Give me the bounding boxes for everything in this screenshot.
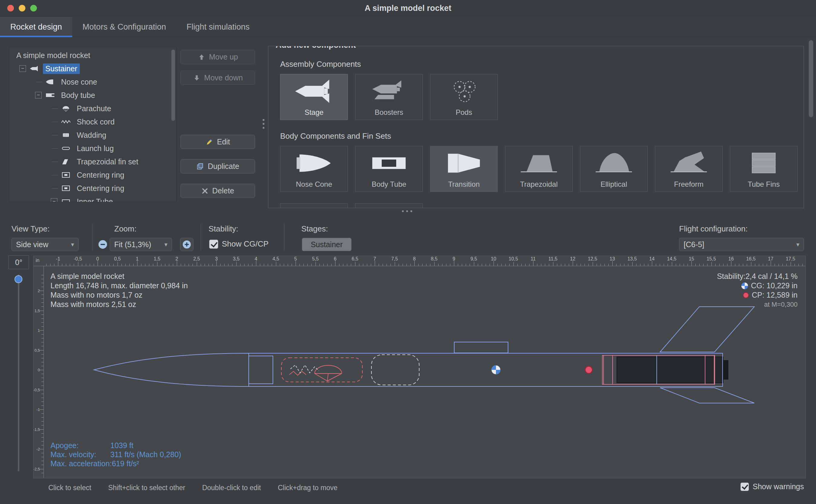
stability-info: Stability:2,4 cal / 14,1 % CG: 10,229 in…: [717, 272, 798, 309]
parachute-icon: [60, 105, 72, 112]
rocket-info: A simple model rocketLength 16,748 in, m…: [50, 272, 188, 309]
component-button-label: Boosters: [375, 108, 403, 117]
tree-item-shock-cord[interactable]: Shock cord: [9, 115, 176, 128]
view-type-value: Side view: [16, 240, 48, 249]
flight-info: Apogee: 1039 ft Max. velocity: 311 ft/s …: [50, 441, 181, 468]
panel-scrollbar[interactable]: [809, 39, 814, 208]
tree-item-nose-cone[interactable]: Nose cone: [9, 75, 176, 89]
tree-scrollbar[interactable]: [171, 48, 176, 199]
motor-nozzle-shape: [723, 360, 728, 379]
checkbox-checked-icon: [740, 483, 749, 491]
finset-icon: [60, 158, 72, 165]
tree-connector: [52, 188, 58, 189]
stage-sustainer-toggle[interactable]: Sustainer: [302, 238, 351, 251]
tree-connector: [52, 162, 58, 162]
tree-item-centering-ring[interactable]: Centering ring: [9, 168, 176, 182]
wadding-outline: [371, 355, 419, 385]
move-up-button[interactable]: Move up: [180, 50, 255, 64]
status-hint: Shift+click to select other: [108, 484, 185, 492]
view-type-select[interactable]: Side view ▾: [11, 238, 79, 251]
cp-icon: [743, 292, 749, 298]
rotation-slider[interactable]: [18, 274, 19, 471]
mach-value: at M=0,300: [717, 300, 798, 309]
tab-flight-simulations[interactable]: Flight simulations: [176, 17, 260, 37]
cg-value: CG: 10,229 in: [751, 281, 798, 290]
tree-item-sustainer[interactable]: −Sustainer: [9, 62, 176, 75]
rotation-slider-thumb[interactable]: [15, 275, 22, 283]
add-boosters-button[interactable]: Boosters: [355, 74, 423, 120]
show-cgcp-checkbox[interactable]: Show CG/CP: [209, 239, 269, 249]
tree-item-label: Sustainer: [43, 63, 80, 74]
component-button-label: Trapezoidal: [520, 180, 558, 189]
expander-icon[interactable]: −: [19, 65, 26, 72]
acceleration-value: 619 ft/s²: [112, 459, 139, 468]
rocket-info-line: Length 16,748 in, max. diameter 0,984 in: [50, 281, 188, 290]
component-button-label: Nose Cone: [296, 180, 332, 189]
delete-x-icon: [201, 187, 209, 195]
minus-circle-icon: [98, 239, 108, 250]
wadding-icon: [60, 131, 72, 139]
edit-button[interactable]: Edit: [180, 135, 255, 149]
tree-item-launch-lug[interactable]: Launch lug: [9, 142, 176, 155]
expander-icon[interactable]: −: [51, 198, 57, 202]
add-transition-button[interactable]: Transition: [430, 146, 498, 192]
nose-cone-outline: [94, 353, 249, 386]
nosecone-icon: [291, 146, 337, 180]
splitter-handle-vertical[interactable]: [263, 119, 264, 129]
component-button-label: Tube Fins: [748, 180, 780, 189]
panel-scrollbar-thumb[interactable]: [809, 40, 813, 117]
tree-item-parachute[interactable]: Parachute: [9, 102, 176, 115]
move-down-label: Move down: [204, 73, 243, 82]
tree-item-inner-tube[interactable]: −Inner Tube: [9, 195, 176, 202]
pencil-icon: [206, 138, 213, 146]
add-trapezoidal-button[interactable]: Trapezoidal: [505, 146, 573, 192]
flight-config-select[interactable]: [C6-5] ▾: [679, 238, 804, 251]
add-component-groups: Assembly ComponentsStageBoostersPodsBody…: [268, 46, 804, 208]
add-body-tube-button[interactable]: Body Tube: [355, 146, 423, 192]
move-down-button[interactable]: Move down: [180, 71, 255, 85]
component-button-label: Elliptical: [601, 180, 627, 189]
component-button-label: Transition: [448, 180, 480, 189]
tree-item-label: Launch lug: [74, 143, 116, 154]
zoom-out-button[interactable]: [97, 239, 108, 250]
component-tree: A simple model rocket−SustainerNose cone…: [9, 49, 176, 202]
add-component-button-clipped[interactable]: [355, 203, 423, 208]
tree-scrollbar-thumb[interactable]: [171, 50, 175, 121]
add-component-button-clipped[interactable]: [280, 203, 348, 208]
tree-item-trapezoidal-fin-set[interactable]: Trapezoidal fin set: [9, 155, 176, 168]
cp-symbol: [585, 366, 592, 373]
add-freeform-button[interactable]: Freeform: [655, 146, 723, 192]
zoom-in-button[interactable]: [180, 238, 193, 251]
tree-item-label: Centering ring: [74, 183, 127, 194]
title-bar: A simple model rocket: [0, 0, 816, 16]
shockcord-icon: [60, 118, 72, 125]
duplicate-button[interactable]: Duplicate: [180, 159, 255, 173]
tree-item-wadding[interactable]: Wadding: [9, 128, 176, 142]
rocket-canvas[interactable]: in -1-0,500,511,522,533,544,555,566,577,…: [33, 256, 806, 478]
rocket-info-line: A simple model rocket: [50, 272, 188, 281]
tree-item-a-simple-model-rocket[interactable]: A simple model rocket: [9, 49, 176, 62]
show-warnings-checkbox[interactable]: Show warnings: [740, 482, 804, 491]
chevron-down-icon: ▾: [796, 241, 799, 248]
add-pods-button[interactable]: Pods: [430, 74, 498, 120]
component-tree-panel: A simple model rocket−SustainerNose cone…: [9, 47, 177, 202]
component-button-label: Stage: [305, 108, 324, 117]
cg-symbol: [491, 365, 500, 374]
component-button-row: Nose ConeBody TubeTransitionTrapezoidalE…: [280, 146, 804, 192]
tree-item-centering-ring[interactable]: Centering ring: [9, 182, 176, 195]
add-elliptical-button[interactable]: Elliptical: [580, 146, 648, 192]
tab-motors-configuration[interactable]: Motors & Configuration: [72, 17, 176, 37]
expander-icon[interactable]: −: [35, 92, 42, 99]
component-button-row: [280, 203, 804, 208]
tab-rocket-design[interactable]: Rocket design: [0, 17, 72, 37]
splitter-handle-horizontal[interactable]: [402, 210, 412, 212]
add-stage-button[interactable]: Stage: [280, 74, 348, 120]
stability-label: Stability:: [209, 224, 238, 234]
delete-button[interactable]: Delete: [180, 184, 255, 198]
add-tube-fins-button[interactable]: Tube Fins: [730, 146, 798, 192]
zoom-select[interactable]: Fit (51,3%) ▾: [110, 238, 172, 251]
add-nose-cone-button[interactable]: Nose Cone: [280, 146, 348, 192]
tree-item-body-tube[interactable]: −Body tube: [9, 89, 176, 102]
arrow-up-icon: [198, 53, 206, 61]
stages-label: Stages:: [301, 224, 328, 234]
